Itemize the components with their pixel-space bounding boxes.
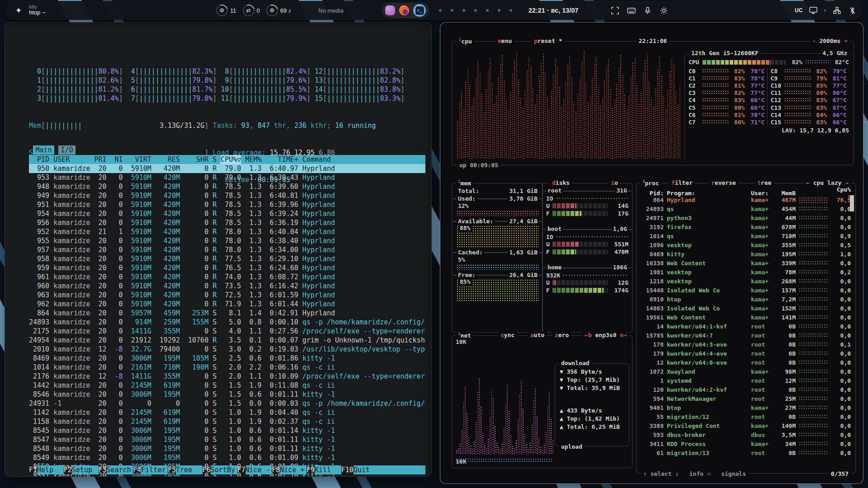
fkey-f1[interactable]: F1 — [29, 465, 37, 474]
proc-scrollbar[interactable] — [850, 195, 854, 211]
mem-box-title[interactable]: 2mem — [456, 179, 473, 187]
proc-filter-button[interactable]: filter — [669, 179, 695, 186]
keyboard-icon[interactable] — [627, 6, 636, 15]
btop-process-row[interactable]: 14kworker/u64:1-kvfroot0B0,0 — [637, 322, 855, 331]
fkey-f3[interactable]: F3 — [99, 465, 107, 474]
btop-process-row[interactable]: 8469kittykama+195M1,0 — [637, 249, 855, 258]
btop-process-row[interactable]: 178kworker/u64:3-everoot0B0,1 — [637, 340, 855, 349]
screenshot-icon[interactable] — [610, 6, 619, 15]
process-row[interactable]: 24931-1200000S1.50.00:00.03qs -p /home/k… — [29, 399, 425, 408]
fkey-label-f8[interactable]: Nice + — [280, 465, 307, 474]
fkey-label-f9[interactable]: Kill — [315, 465, 341, 474]
process-row[interactable]: 948kamaridze2005910M420M0R78.51.36:39.60… — [29, 182, 425, 191]
active-window-title[interactable]: kitty htop ~ — [29, 1, 46, 20]
btop-process-row[interactable]: 24971python3kama+44M0,0 — [637, 213, 855, 222]
process-row[interactable]: 24954kamaridze200219121929210760R3.50.10… — [29, 336, 425, 345]
fkey-label-f2[interactable]: Setup — [72, 465, 99, 474]
process-row[interactable]: 1142kamaridze2002145M619M0S1.01.90:04.40… — [29, 408, 425, 417]
fkey-f9[interactable]: F9 — [307, 465, 315, 474]
net-interface-selector[interactable]: ←b enp3s0 n→ — [582, 332, 629, 338]
process-row[interactable]: 8548kamaridze2003006M195M0S1.00.60:01.11… — [29, 444, 425, 453]
net-auto-toggle[interactable]: auto — [528, 332, 547, 338]
process-row[interactable]: 24893kamaridze200914M259M155MS5.00.80:00… — [29, 318, 425, 327]
active-workspace[interactable]: >_ — [413, 4, 426, 17]
io-title[interactable]: io — [609, 179, 620, 186]
fkey-f4[interactable]: F4 — [133, 465, 141, 474]
btop-process-row[interactable]: 12kworker/u64:0-everoot0B0,0 — [637, 358, 855, 367]
process-row[interactable]: 953kamaridze2005910M420M0R79.01.36:39.43… — [29, 173, 425, 182]
keyboard-layout-indicator[interactable]: UC — [795, 7, 802, 14]
cpu-gauge-stat[interactable]: ⚙11 — [216, 5, 236, 16]
process-row[interactable]: 864kamaridze2005957M459M253MS8.11.40:42.… — [29, 309, 425, 318]
btop-process-row[interactable]: 1systemdroot12M0,0 — [637, 376, 855, 385]
btop-process-row[interactable]: 120kworker/u64:2-kvfroot0B0,0 — [637, 385, 855, 394]
process-row[interactable]: 955kamaridze2005910M420M0R78.01.36:38.40… — [29, 236, 425, 245]
process-row[interactable]: 950kamaridze2005910M420M0R79.01.36:40.97… — [29, 164, 425, 173]
system-stats[interactable]: ⚙11⇄0⚙69 — [216, 1, 287, 20]
workspace-dot[interactable] — [474, 9, 477, 12]
process-row[interactable]: 8549kamaridze2003006M195M0S1.00.60:01.09… — [29, 453, 425, 462]
proc-box-title[interactable]: 4proc — [640, 179, 661, 187]
htop-tab-main[interactable]: Main — [33, 145, 54, 155]
fkey-f7[interactable]: F7 — [237, 465, 245, 474]
disks-title[interactable]: disks — [550, 179, 572, 186]
fkey-label-f5[interactable]: Tree — [176, 465, 203, 474]
proc-sort-selector[interactable]: ← cpu lazy → — [804, 179, 851, 186]
proc-footer-keys[interactable]: ↑ select ↓ info ⏎ signals — [641, 470, 748, 477]
btop-process-row[interactable]: 3192firefoxkama+678M0,0 — [637, 222, 855, 231]
process-row[interactable]: 963kamaridze2005910M420M0R72.51.36:01.59… — [29, 291, 425, 300]
process-row[interactable]: 8546kamaridze2003006M195M0S1.50.60:01.11… — [29, 390, 425, 399]
btop-process-row[interactable]: 19561Web Contentkama+141M0,0 — [637, 313, 855, 322]
bluetooth-off-icon[interactable] — [848, 6, 857, 15]
process-row[interactable]: 958kamaridze2005910M420M0R77.51.36:29.10… — [29, 254, 425, 263]
btop-process-row[interactable]: 1981vesktopkama+78M0,2 — [637, 267, 855, 277]
fkey-f8[interactable]: F8 — [272, 465, 280, 474]
process-row[interactable]: 957kamaridze2005910M420M0R78.01.36:34.00… — [29, 245, 425, 254]
swap-arrows-stat[interactable]: ⇄0 — [243, 5, 260, 16]
btop-process-row[interactable]: 3388Privileged Contkama+140M0,0 — [637, 421, 855, 430]
btop-process-row[interactable]: 55migration/12root0B0,0 — [637, 412, 855, 421]
firefox-icon[interactable] — [399, 5, 409, 15]
btop-process-row[interactable]: 9401btopkama+27M0,0 — [637, 403, 855, 412]
process-row[interactable]: 8545kamaridze2003006M195M0S1.00.60:01.14… — [29, 426, 425, 435]
process-row[interactable]: 1442kamaridze2002145M619M0S1.51.90:11.08… — [29, 381, 425, 390]
update-interval[interactable]: - 2000ms + — [810, 38, 850, 44]
fkey-label-f4[interactable]: Filter — [141, 465, 168, 474]
btop-process-row[interactable]: 15785kworker/u64:7root0B0,0 — [637, 331, 855, 340]
fkey-label-f1[interactable]: Help — [37, 465, 64, 474]
fkey-f6[interactable]: F6 — [203, 465, 211, 474]
menu-button[interactable]: menu — [495, 38, 514, 44]
btop-process-row[interactable]: 14803Isolated Web Cokama+152M0,0 — [637, 304, 855, 313]
process-row[interactable]: 951kamaridze2005910M420M0R78.51.36:39.96… — [29, 200, 425, 209]
preset-button[interactable]: preset * — [532, 38, 565, 44]
process-row[interactable]: 1014kamaridze2002161M710M190MS2.02.20:06… — [29, 363, 425, 372]
process-row[interactable]: 8469kamaridze2003006M195M105MS2.50.60:01… — [29, 354, 425, 363]
process-row[interactable]: 2010kamaridze12-832.7G794000S3.00.20:19.… — [29, 345, 425, 354]
fkey-f10[interactable]: F10 — [341, 465, 354, 474]
proc-tree-button[interactable]: tree — [755, 179, 774, 186]
process-row[interactable]: 2175kamaridze2001411G355M0S4.01.10:27.56… — [29, 327, 425, 336]
workspace-dot[interactable] — [509, 9, 512, 12]
btop-process-row[interactable]: 15448Isolated Web Cokama+157M0,0 — [637, 286, 855, 295]
process-row[interactable]: 961kamaridze2005910M420M0R74.01.36:08.72… — [29, 272, 425, 282]
process-row[interactable]: 1158kamaridze2002145M619M0S1.01.90:02.37… — [29, 417, 425, 426]
fan-gauge-stat[interactable]: ⚙69 — [266, 5, 287, 16]
btop-process-row[interactable]: 8910htopkama+7,2M0,0 — [637, 295, 855, 304]
display-icon[interactable] — [809, 6, 818, 15]
btop-process-row[interactable]: 864Hyprlandkama+467M76,5 — [637, 195, 855, 204]
media-status[interactable]: No media — [318, 1, 344, 20]
process-row[interactable]: 959kamaridze2005910M420M0R76.51.36:24.60… — [29, 263, 425, 272]
btop-process-row[interactable]: 1896vesktopkama+355M0,5 — [637, 240, 855, 249]
btop-process-row[interactable]: 24893qskama+454M0,0 — [637, 204, 855, 213]
fkey-label-f3[interactable]: Search — [107, 465, 133, 474]
btop-process-row[interactable]: 61migration/13root0B0,0 — [637, 448, 855, 457]
btop-process-row[interactable]: 16338Web Contentkama+339M0,0 — [637, 258, 855, 267]
btop-process-row[interactable]: 1072Xwaylandkama+96M0,0 — [637, 367, 855, 376]
process-row[interactable]: 2176kamaridze12-81411G355M0S2.01.10:10.0… — [29, 372, 425, 381]
cpu-box-title[interactable]: 1cpu — [457, 38, 474, 45]
workspace-dot[interactable] — [462, 9, 465, 12]
btop-process-row[interactable]: 593dbus-brokerdbus3,5M0,0 — [637, 430, 855, 439]
btop-process-row[interactable]: 179kworker/u64:4-everoot0B0,0 — [637, 349, 855, 358]
htop-column-header[interactable]: PIDUSERPRINIVIRTRESSHRSCPU%▽MEM%TIME+Com… — [29, 155, 425, 164]
process-row[interactable]: 949kamaridze2005910M420M0R78.51.36:40.81… — [29, 191, 425, 200]
